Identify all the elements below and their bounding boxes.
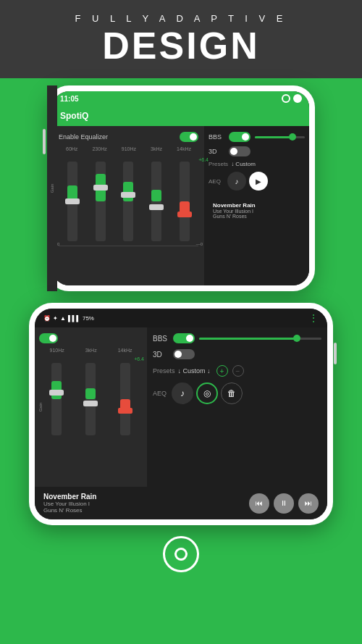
- eq-toggle-b[interactable]: [39, 333, 58, 343]
- eq-slider-5[interactable]: [180, 162, 190, 241]
- eq-slider-3[interactable]: [123, 162, 133, 241]
- bottom-content: 910Hz 3kHz 14kHz: [35, 327, 327, 487]
- zero-line: [59, 246, 198, 246]
- next-btn[interactable]: ⏭: [298, 493, 319, 514]
- eq-title: Enable Equalizer: [59, 133, 108, 141]
- header-subtitle: F U L L Y A D A P T I V E: [14, 13, 348, 24]
- 3d-row: 3D: [209, 146, 305, 156]
- delete-icon-btn-b[interactable]: 🗑: [221, 382, 243, 404]
- bbs-label-b: BBS: [153, 335, 169, 343]
- np-title: November Rain: [213, 202, 300, 209]
- bnp-album: Use Your Illusion I: [43, 501, 96, 507]
- eq-icon-btn-b[interactable]: ◎: [196, 382, 218, 404]
- db-label-b: +6.4: [134, 356, 144, 361]
- status-bar-top: 11:05: [53, 91, 309, 106]
- eq-panel-top: Enable Equalizer 60Hz 230Hz 910Hz 3kHz 1…: [53, 126, 204, 285]
- play-icon-btn[interactable]: ▶: [249, 172, 268, 191]
- zero-label-right: —0: [196, 242, 203, 246]
- bbs-toggle-b[interactable]: [173, 333, 195, 343]
- plus-icon: +: [220, 367, 224, 375]
- 3d-toggle-b[interactable]: [173, 349, 195, 359]
- status-icons: [282, 94, 302, 103]
- bottom-logo: [163, 536, 199, 572]
- bbs-slider-b[interactable]: [199, 338, 321, 340]
- freq-60hz: 60Hz: [66, 146, 77, 151]
- pause-btn[interactable]: ⏸: [274, 493, 294, 514]
- eq-slider-2[interactable]: [96, 162, 106, 241]
- bnp-title: November Rain: [43, 493, 96, 501]
- bnp-artist: Guns N' Roses: [43, 507, 96, 514]
- bnp-controls: ⏮ ⏸ ⏭: [249, 493, 319, 514]
- status-icons-bottom: ⏰ ✦ ▲ ▌▌▌ 75%: [43, 315, 94, 322]
- presets-remove-btn[interactable]: −: [232, 365, 244, 377]
- eq-slider-1[interactable]: [67, 162, 77, 241]
- 3d-label-b: 3D: [153, 351, 169, 359]
- gain-strip: Gain: [53, 91, 57, 285]
- db-label: +6.4: [198, 157, 209, 162]
- phone-top-mockup: 11:05 SpotiQ Enable Equalizer: [47, 85, 315, 291]
- freq-14khz: 14kHz: [177, 146, 191, 151]
- prev-btn[interactable]: ⏮: [249, 493, 269, 514]
- wifi-icon: [293, 94, 302, 103]
- 3d-row-b: 3D: [153, 349, 321, 359]
- wifi-icon-b: ▲: [60, 315, 66, 322]
- phone-screen-bottom: ⏰ ✦ ▲ ▌▌▌ 75% ⋮ 910Hz 3kHz: [35, 309, 327, 519]
- bbs-row: BBS: [209, 132, 305, 142]
- eq-slider-4[interactable]: [151, 162, 161, 241]
- eq-panel-bottom: 910Hz 3kHz 14kHz: [35, 327, 147, 487]
- battery-text: 75%: [83, 315, 94, 322]
- music-icon-btn[interactable]: ♪: [227, 172, 246, 191]
- presets-label: Presets: [209, 161, 228, 167]
- right-panel-bottom: BBS 3D Presets: [147, 327, 327, 487]
- freq-230hz: 230Hz: [92, 146, 106, 151]
- 3d-label: 3D: [209, 148, 224, 155]
- freq-labels: 60Hz 230Hz 910Hz 3kHz 14kHz: [59, 146, 198, 151]
- freq-labels-b: 910Hz 3kHz 14kHz: [39, 348, 143, 353]
- volume-button: [43, 129, 46, 154]
- freq-910hz-b: 910Hz: [49, 348, 64, 353]
- bbs-slider[interactable]: [255, 136, 305, 138]
- bbs-toggle[interactable]: [229, 132, 251, 142]
- now-playing-top: November Rain Use Your Illusion I Guns N…: [209, 198, 305, 223]
- presets-label-b: Presets: [153, 367, 175, 375]
- header-title: DESIGN: [14, 25, 348, 67]
- app-name: SpotiQ: [60, 111, 88, 121]
- eq-toggle[interactable]: [180, 132, 198, 142]
- presets-add-btn[interactable]: +: [216, 365, 228, 377]
- eq-slider-b2[interactable]: [85, 363, 96, 435]
- spotify-icon: [282, 94, 290, 103]
- np-album: Use Your Illusion I: [213, 209, 300, 214]
- music-icon-btn-b[interactable]: ♪: [172, 382, 193, 404]
- minus-icon: −: [236, 367, 240, 375]
- eq-sliders: +6.4: [59, 154, 198, 248]
- freq-910hz: 910Hz: [122, 146, 136, 151]
- eq-header: Enable Equalizer: [59, 132, 198, 142]
- presets-value: ↓ Custom: [231, 161, 256, 167]
- presets-row: Presets ↓ Custom: [209, 161, 305, 167]
- status-time: 11:05: [60, 95, 79, 103]
- signal-icon: ▌▌▌: [68, 315, 80, 322]
- 3d-toggle[interactable]: [229, 146, 251, 156]
- bluetooth-icon: ✦: [53, 315, 58, 322]
- header-section: F U L L Y A D A P T I V E DESIGN: [0, 0, 362, 78]
- status-bar-bottom: ⏰ ✦ ▲ ▌▌▌ 75% ⋮: [35, 309, 327, 327]
- bbs-label: BBS: [209, 133, 224, 141]
- eq-toggle-row: [39, 333, 143, 343]
- bnp-info: November Rain Use Your Illusion I Guns N…: [43, 493, 96, 514]
- np-artist: Guns N' Roses: [213, 214, 300, 219]
- eq-slider-b1[interactable]: [51, 363, 62, 435]
- aeq-label: AEQ: [209, 178, 224, 185]
- overflow-menu-icon[interactable]: ⋮: [308, 312, 319, 324]
- gain-label-b: Gain: [38, 403, 43, 412]
- phone-bottom-mockup: ⏰ ✦ ▲ ▌▌▌ 75% ⋮ 910Hz 3kHz: [29, 303, 333, 525]
- now-playing-bottom: November Rain Use Your Illusion I Guns N…: [35, 487, 327, 519]
- aeq-row: AEQ ♪ ▶: [209, 172, 305, 191]
- eq-sliders-b: [39, 356, 143, 443]
- right-panel-top: Gain BBS 3D: [204, 126, 309, 285]
- aeq-row-b: AEQ ♪ ◎ 🗑: [153, 382, 321, 404]
- eq-slider-b3[interactable]: [120, 363, 130, 435]
- bbs-row-b: BBS: [153, 333, 321, 343]
- power-button: [334, 343, 337, 364]
- presets-row-b: Presets ↓ Custom ↓ + −: [153, 365, 321, 377]
- freq-3khz: 3kHz: [151, 146, 162, 151]
